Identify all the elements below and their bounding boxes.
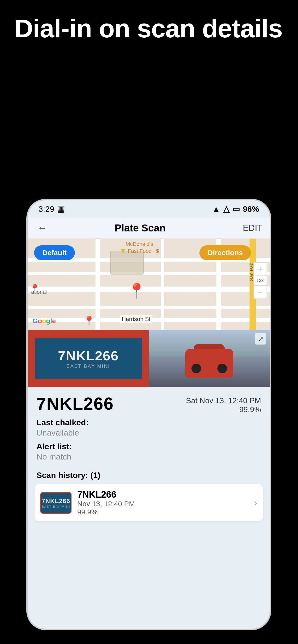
default-button[interactable]: Default [34, 245, 75, 260]
map-view[interactable]: McDonald's ▼ Fast Food · $ 📍 Harrison St… [28, 238, 270, 330]
status-bar-right: ▲ △ ▭ 96% [212, 204, 259, 214]
scan-meta: Sat Nov 13, 12:40 PM 99.9% [186, 394, 261, 414]
map-road-h4 [28, 306, 270, 308]
plate-mock: 7NKL266 EAST BAY MINI [34, 337, 143, 380]
alert-list-label: Alert list: [37, 442, 261, 451]
map-road-h3 [28, 286, 270, 292]
history-plate-state: EAST BAY MINI [42, 505, 70, 508]
status-time: 3:29 [38, 204, 54, 214]
mcdonalds-icon: ▼ [120, 247, 126, 255]
photos-row: 7NKL266 EAST BAY MINI ⤢ [28, 330, 270, 387]
zoom-in-button[interactable]: + [253, 262, 267, 276]
expand-photo-button[interactable]: ⤢ [255, 333, 266, 344]
edit-button[interactable]: EDIT [243, 223, 262, 233]
hero-title: Dial-in on scan details [14, 14, 284, 43]
zoom-out-button[interactable]: − [253, 285, 267, 299]
top-nav: ← Plate Scan EDIT [28, 218, 270, 238]
alert-list-row: Alert list: No match [37, 442, 261, 462]
plate-state-display: EAST BAY MINI [66, 364, 110, 369]
directions-button[interactable]: Directions [199, 245, 251, 260]
zoom-badge: 123 [253, 276, 267, 285]
map-road-h2 [28, 272, 270, 275]
history-card[interactable]: 7NKL266 EAST BAY MINI 7NKL266 Nov 13, 12… [35, 484, 263, 521]
history-confidence: 99.9% [77, 508, 248, 516]
phone-shell: 3:29 ▦ ▲ △ ▭ 96% ← Plate Scan EDIT [26, 199, 271, 630]
history-plate-id: 7NKL266 [77, 490, 248, 500]
history-date: Nov 13, 12:40 PM [77, 500, 248, 508]
scan-history-label: Scan history: (1) [28, 470, 270, 484]
details-section: 7NKL266 Sat Nov 13, 12:40 PM 99.9% Last … [28, 387, 270, 470]
last-chalked-label: Last chalked: [37, 418, 261, 427]
page-title: Plate Scan [37, 222, 243, 234]
status-bar-left: 3:29 ▦ [38, 204, 65, 214]
national-pin: 📍 [30, 284, 40, 293]
mcdonalds-label: McDonald's ▼ Fast Food · $ [120, 241, 159, 255]
map-road-v1 [95, 238, 100, 330]
car-body [185, 349, 233, 378]
car-mock [149, 330, 270, 387]
history-plate-num: 7NKL266 [42, 498, 70, 505]
car-wheel-left [192, 364, 201, 373]
calendar-icon: ▦ [57, 204, 65, 214]
history-thumb: 7NKL266 EAST BAY MINI [40, 492, 72, 514]
google-logo: Google [33, 317, 56, 325]
status-bar: 3:29 ▦ ▲ △ ▭ 96% [28, 200, 270, 218]
car-wheel-right [217, 364, 227, 373]
alert-list-value: No match [37, 452, 261, 462]
mcdonalds-name: McDonald's [120, 241, 159, 247]
scan-date: Sat Nov 13, 12:40 PM [186, 396, 261, 405]
history-chevron-icon: › [254, 498, 257, 508]
scan-confidence: 99.9% [239, 405, 261, 414]
history-info: 7NKL266 Nov 13, 12:40 PM 99.9% [77, 490, 248, 516]
map-zoom-controls: + 123 − [253, 262, 267, 299]
plate-id-large: 7NKL266 [37, 394, 114, 414]
google-pin: 📍 [83, 316, 95, 327]
map-road-v2 [161, 238, 164, 330]
wifi-icon: ▲ [212, 204, 220, 214]
last-chalked-row: Last chalked: Unavailable [37, 418, 261, 438]
mcdonalds-sub: Fast Food · $ [128, 248, 159, 254]
plate-photo[interactable]: 7NKL266 EAST BAY MINI [28, 330, 149, 387]
battery-icon: ▭ [232, 204, 240, 214]
last-chalked-value: Unavailable [37, 428, 261, 438]
battery-percent: 96% [243, 204, 259, 214]
street-label: Harrison St [120, 315, 152, 323]
plate-number-display: 7NKL266 [58, 348, 119, 364]
plate-header-row: 7NKL266 Sat Nov 13, 12:40 PM 99.9% [37, 394, 261, 414]
signal-icon: △ [223, 204, 229, 214]
car-photo[interactable]: ⤢ [149, 330, 270, 387]
map-location-pin: 📍 [128, 282, 146, 299]
